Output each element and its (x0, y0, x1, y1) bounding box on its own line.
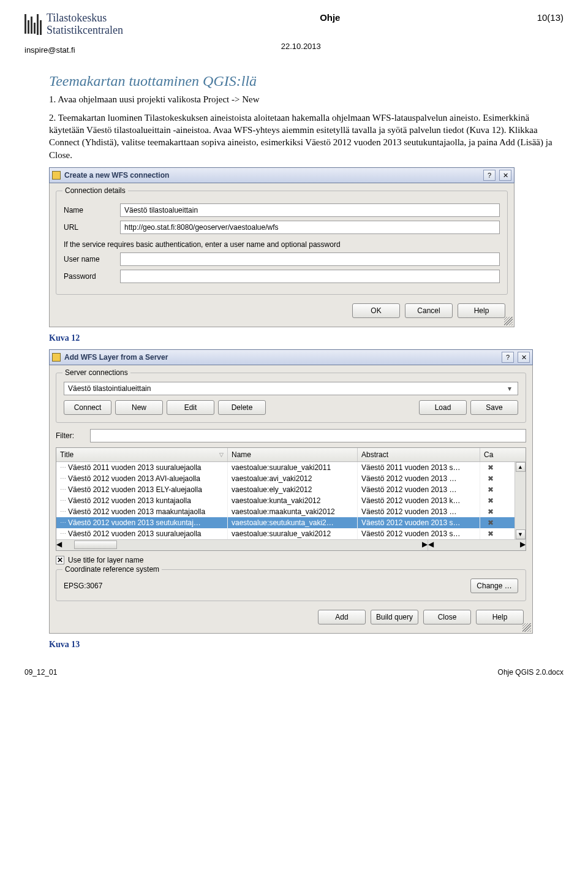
ok-button[interactable]: OK (352, 303, 400, 318)
use-title-label: Use title for layer name (68, 556, 143, 564)
cell-abstract: Väestö 2011 vuoden 2013 s… (358, 462, 480, 473)
username-field[interactable] (120, 252, 500, 266)
x-icon: ✖ (488, 474, 494, 483)
x-icon: ✖ (488, 496, 494, 505)
url-label: URL (64, 223, 113, 232)
cell-name: vaestoalue:kunta_vaki2012 (228, 495, 358, 506)
sort-icon: ▽ (219, 452, 224, 458)
delete-button[interactable]: Delete (218, 400, 266, 415)
cell-title: ⋯Väestö 2012 vuoden 2013 seutukuntaj… (56, 517, 228, 528)
add-button[interactable]: Add (318, 610, 366, 624)
connection-dropdown[interactable]: Väestö tilastointialueittain ▾ (64, 382, 518, 395)
cell-abstract: Väestö 2012 vuoden 2013 s… (358, 517, 480, 528)
cell-name: vaestoalue:suuralue_vaki2011 (228, 462, 358, 473)
figure-caption-13: Kuva 13 (49, 640, 564, 650)
table-row[interactable]: ⋯Väestö 2012 vuoden 2013 kuntajaollavaes… (56, 495, 514, 506)
group-server-connections: Server connections (62, 368, 130, 377)
url-field[interactable] (120, 221, 500, 234)
scroll-left-icon[interactable]: ◀ (56, 540, 62, 550)
table-row[interactable]: ⋯Väestö 2012 vuoden 2013 AVI-aluejaollav… (56, 473, 514, 484)
name-label: Name (64, 206, 113, 214)
close-icon[interactable]: ✕ (499, 170, 511, 181)
horizontal-scrollbar[interactable]: ◀ ▶ ◀ ▶ (56, 539, 526, 550)
help-button[interactable]: Help (476, 610, 524, 624)
col-ca[interactable]: Ca (480, 448, 501, 461)
change-crs-button[interactable]: Change … (470, 578, 518, 593)
use-title-checkbox[interactable]: ✕ (56, 556, 64, 564)
filter-label: Filter: (56, 431, 83, 440)
password-label: Password (64, 272, 113, 281)
cell-ca: ✖ (480, 473, 501, 484)
scroll-down-icon[interactable]: ▼ (516, 529, 526, 539)
wfs-connection-dialog: Create a new WFS connection ? ✕ Connecti… (49, 167, 514, 327)
vertical-scrollbar[interactable]: ▲ ▼ (514, 462, 526, 539)
crs-value: EPSG:3067 (64, 582, 102, 590)
cell-title: ⋯Väestö 2012 vuoden 2013 suuraluejaolla (56, 528, 228, 539)
table-row[interactable]: ⋯Väestö 2012 vuoden 2013 ELY-aluejaollav… (56, 484, 514, 495)
cell-name: vaestoalue:suuralue_vaki2012 (228, 528, 358, 539)
cell-name: vaestoalue:ely_vaki2012 (228, 484, 358, 495)
close-button[interactable]: Close (423, 610, 471, 624)
step-2: 2. Teemakartan luominen Tilastokeskuksen… (49, 112, 564, 161)
table-row[interactable]: ⋯Väestö 2011 vuoden 2013 suuraluejaollav… (56, 462, 514, 473)
auth-hint: If the service requires basic authentica… (64, 240, 500, 249)
cell-name: vaestoalue:maakunta_vaki2012 (228, 506, 358, 517)
table-row[interactable]: ⋯Väestö 2012 vuoden 2013 maakuntajaollav… (56, 506, 514, 517)
scroll-left-icon[interactable]: ◀ (428, 540, 434, 548)
table-row[interactable]: ⋯Väestö 2012 vuoden 2013 seutukuntaj…vae… (56, 517, 514, 528)
dialog-title: Create a new WFS connection (64, 171, 480, 180)
cell-title: ⋯Väestö 2012 vuoden 2013 maakuntajaolla (56, 506, 228, 517)
cell-abstract: Väestö 2012 vuoden 2013 s… (358, 528, 480, 539)
x-icon: ✖ (488, 485, 494, 494)
page-number: 10(13) (537, 12, 564, 23)
col-title[interactable]: Title▽ (56, 448, 228, 461)
logo-line2: Statistikcentralen (47, 25, 123, 37)
close-icon[interactable]: ✕ (518, 352, 530, 363)
load-button[interactable]: Load (419, 400, 467, 415)
new-button[interactable]: New (115, 400, 163, 415)
chevron-down-icon: ▾ (505, 384, 514, 393)
save-button[interactable]: Save (470, 400, 518, 415)
cell-name: vaestoalue:avi_vaki2012 (228, 473, 358, 484)
help-icon[interactable]: ? (483, 170, 496, 181)
section-heading: Teemakartan tuottaminen QGIS:llä (49, 73, 564, 89)
scroll-up-icon[interactable]: ▲ (516, 462, 526, 472)
help-button[interactable]: Help (458, 303, 505, 318)
cell-abstract: Väestö 2012 vuoden 2013 … (358, 506, 480, 517)
scroll-right-icon[interactable]: ▶ (422, 540, 428, 550)
x-icon: ✖ (488, 529, 494, 538)
logo-line1: Tilastokeskus (47, 12, 123, 25)
filter-field[interactable] (90, 429, 526, 442)
scroll-right-icon[interactable]: ▶ (520, 540, 526, 548)
name-field[interactable] (120, 203, 500, 217)
doc-type: Ohje (320, 12, 340, 23)
col-abstract[interactable]: Abstract (358, 448, 480, 461)
table-row[interactable]: ⋯Väestö 2012 vuoden 2013 suuraluejaollav… (56, 528, 514, 539)
cell-name: vaestoalue:seutukunta_vaki2… (228, 517, 358, 528)
cell-title: ⋯Väestö 2012 vuoden 2013 ELY-aluejaolla (56, 484, 228, 495)
group-connection-details: Connection details (62, 186, 128, 195)
password-field[interactable] (120, 270, 500, 283)
resize-grip-icon[interactable] (504, 317, 513, 325)
add-wfs-layer-dialog: Add WFS Layer from a Server ? ✕ Server c… (49, 349, 533, 634)
username-label: User name (64, 255, 113, 264)
cell-title: ⋯Väestö 2012 vuoden 2013 kuntajaolla (56, 495, 228, 506)
app-icon (52, 171, 61, 180)
cell-ca: ✖ (480, 484, 501, 495)
resize-grip-icon[interactable] (522, 623, 531, 632)
build-query-button[interactable]: Build query (371, 610, 418, 624)
doc-date: 22.10.2013 (281, 42, 321, 55)
dropdown-value: Väestö tilastointialueittain (68, 384, 151, 393)
help-icon[interactable]: ? (502, 352, 514, 363)
col-name[interactable]: Name (228, 448, 358, 461)
edit-button[interactable]: Edit (167, 400, 214, 415)
cell-ca: ✖ (480, 506, 501, 517)
dialog-title: Add WFS Layer from a Server (64, 353, 498, 362)
cell-ca: ✖ (480, 528, 501, 539)
cancel-button[interactable]: Cancel (405, 303, 453, 318)
step-1: 1. Avaa ohjelmaan uusi projekti valikost… (49, 93, 564, 105)
cell-ca: ✖ (480, 462, 501, 473)
cell-abstract: Väestö 2012 vuoden 2013 k… (358, 495, 480, 506)
connect-button[interactable]: Connect (64, 400, 111, 415)
group-crs: Coordinate reference system (62, 565, 162, 574)
